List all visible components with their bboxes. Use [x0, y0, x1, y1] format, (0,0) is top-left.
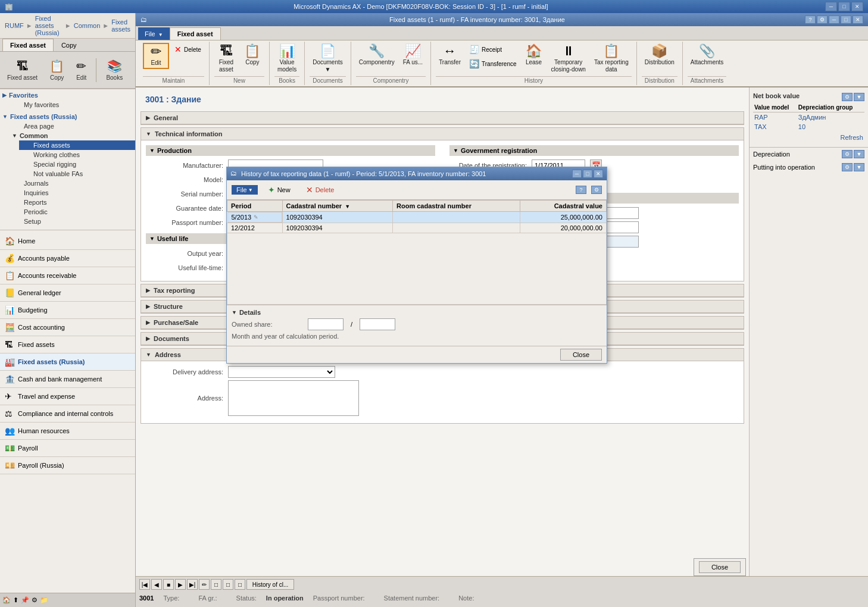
module-payroll[interactable]: 💵 Payroll	[0, 440, 135, 457]
module-accounts-payable[interactable]: 💰 Accounts payable	[0, 250, 135, 267]
nav-view-btn3[interactable]: □	[235, 579, 245, 590]
nav-stop-btn[interactable]: ■	[163, 579, 174, 590]
breadcrumb-fixed-assets[interactable]: Fixed assets	[111, 18, 130, 33]
address-textarea[interactable]	[228, 380, 359, 416]
nav-item-reports[interactable]: Reports	[10, 198, 135, 207]
module-fixed-assets[interactable]: 🏗 Fixed assets	[0, 336, 135, 353]
depreciation-settings-btn[interactable]: ⚙	[842, 150, 853, 158]
sidebar-copy-btn[interactable]: 📋 Copy	[45, 57, 69, 83]
module-travel-expense[interactable]: ✈ Travel and expense	[0, 388, 135, 405]
breadcrumb-fixed-assets-russia[interactable]: Fixed assets (Russia)	[35, 15, 63, 36]
putting-into-operation-row[interactable]: Putting into operation ⚙ ▼	[750, 161, 868, 174]
nav-item-periodic[interactable]: Periodic	[10, 207, 135, 217]
nav-item-fixed-assets[interactable]: Fixed assets	[19, 140, 135, 150]
fa-tab-fixed-asset[interactable]: Fixed asset	[170, 27, 221, 40]
right-panel-settings-btn[interactable]: ⚙	[842, 93, 853, 101]
module-accounts-receivable[interactable]: 📋 Accounts receivable	[0, 267, 135, 284]
nav-history-btn[interactable]: History of cl...	[246, 579, 294, 590]
fa-russia-header[interactable]: ▼ Fixed assets (Russia)	[0, 112, 135, 121]
ribbon-delete-btn[interactable]: ✕ Delete	[171, 43, 204, 56]
nav-item-area-page[interactable]: Area page	[10, 121, 135, 131]
fa-settings-btn[interactable]: ⚙	[817, 15, 828, 24]
nav-bottom-icon4[interactable]: ⚙	[32, 596, 38, 604]
module-cost-accounting[interactable]: 🧮 Cost accounting	[0, 319, 135, 336]
dialog-table-row-0[interactable]: 5/2013 ✎ 1092030394 25,000,000.00	[227, 212, 607, 223]
nav-common-header[interactable]: ▼ Common	[10, 131, 135, 140]
dialog-settings-btn[interactable]: ⚙	[591, 186, 602, 194]
ribbon-lease-btn[interactable]: 🏠 Lease	[522, 43, 546, 68]
dialog-maximize-btn[interactable]: □	[583, 170, 592, 178]
ribbon-temp-closing-btn[interactable]: ⏸ Temporaryclosing-down	[548, 43, 589, 75]
ribbon-transfer-btn[interactable]: ↔ Transfer	[436, 43, 464, 68]
fa-tab-file[interactable]: File ▼	[138, 27, 170, 40]
module-general-ledger[interactable]: 📒 General ledger	[0, 284, 135, 302]
ribbon-tax-reporting-btn[interactable]: 📋 Tax reportingdata	[591, 43, 632, 75]
breadcrumb-common[interactable]: Common	[74, 22, 101, 29]
nav-item-inquiries[interactable]: Inquiries	[10, 188, 135, 198]
nav-item-working-clothes[interactable]: Working clothes	[19, 150, 135, 159]
fa-maximize-btn[interactable]: □	[841, 15, 851, 24]
favorites-header[interactable]: ▶ Favorites	[0, 90, 135, 100]
ribbon-fixed-asset-btn[interactable]: 🏗 Fixedasset	[214, 43, 238, 75]
nav-item-special-rigging[interactable]: Special rigging	[19, 159, 135, 169]
maximize-btn[interactable]: □	[838, 2, 850, 11]
module-payroll-russia[interactable]: 💴 Payroll (Russia)	[0, 457, 135, 474]
dialog-help-btn[interactable]: ?	[576, 186, 586, 194]
gov-reg-header[interactable]: ▼ Government registration	[449, 145, 739, 156]
module-home[interactable]: 🏠 Home	[0, 233, 135, 250]
nav-first-btn[interactable]: |◀	[139, 579, 150, 590]
pio-expand-btn[interactable]: ▼	[854, 163, 864, 171]
nav-view-btn2[interactable]: □	[223, 579, 233, 590]
dialog-new-btn[interactable]: ✦ New	[263, 183, 296, 197]
ribbon-value-models-btn[interactable]: 📊 Valuemodels	[274, 43, 299, 75]
delivery-address-select[interactable]	[228, 366, 335, 378]
dialog-close-button[interactable]: Close	[560, 349, 602, 361]
owned-share-input1[interactable]	[308, 318, 344, 330]
dialog-close-btn[interactable]: ✕	[594, 170, 603, 178]
owned-share-input2[interactable]	[360, 318, 395, 330]
ribbon-componentry-btn[interactable]: 🔧 Componentry	[356, 43, 398, 68]
fa-help-btn[interactable]: ?	[805, 15, 816, 24]
nav-view-btn1[interactable]: □	[211, 579, 221, 590]
dialog-titlebar[interactable]: 🗂 History of tax reporting data (1 - rum…	[227, 167, 607, 180]
fa-minimize-btn[interactable]: ─	[829, 15, 839, 24]
dialog-minimize-btn[interactable]: ─	[572, 170, 582, 178]
nav-prev-btn[interactable]: ◀	[151, 579, 162, 590]
nav-item-not-valuable-fas[interactable]: Not valuable FAs	[19, 169, 135, 179]
nav-bottom-icon3[interactable]: 📌	[21, 596, 29, 604]
nav-next-btn[interactable]: ▶	[175, 579, 186, 590]
module-fixed-assets-russia[interactable]: 🏭 Fixed assets (Russia)	[0, 353, 135, 371]
breadcrumb-rumf[interactable]: RUMF	[5, 22, 24, 29]
nav-bottom-icon1[interactable]: 🏠	[2, 596, 11, 604]
nav-bottom-icon5[interactable]: 📁	[40, 596, 48, 604]
module-human-resources[interactable]: 👥 Human resources	[0, 423, 135, 440]
tab-copy[interactable]: Copy	[54, 39, 85, 51]
general-section-header[interactable]: ▶ General	[141, 112, 744, 124]
nav-bottom-icon2[interactable]: ⬆	[13, 596, 18, 604]
module-budgeting[interactable]: 📊 Budgeting	[0, 302, 135, 319]
depreciation-expand-btn[interactable]: ▼	[854, 150, 864, 158]
sidebar-fixed-asset-btn[interactable]: 🏗 Fixed asset	[2, 57, 42, 83]
nav-item-my-favorites[interactable]: My favorites	[10, 100, 135, 109]
sidebar-books-btn[interactable]: 📚 Books	[101, 57, 127, 83]
ribbon-distribution-btn[interactable]: 📦 Distribution	[642, 43, 677, 68]
production-header[interactable]: ▼ Production	[146, 145, 435, 156]
module-cash-bank[interactable]: 🏦 Cash and bank management	[0, 371, 135, 388]
dialog-file-btn[interactable]: File ▼	[232, 185, 258, 195]
dialog-table-row-1[interactable]: 12/2012 1092030394 20,000,000.00	[227, 223, 607, 233]
nav-last-btn[interactable]: ▶|	[187, 579, 198, 590]
refresh-btn[interactable]: Refresh	[753, 132, 864, 143]
ribbon-documents-btn[interactable]: 📄 Documents▼	[310, 43, 346, 75]
minimize-btn[interactable]: ─	[825, 2, 837, 11]
close-btn-title[interactable]: ✕	[851, 2, 863, 11]
tab-fixed-asset[interactable]: Fixed asset	[2, 39, 54, 51]
ribbon-edit-btn[interactable]: ✏ Edit	[143, 43, 169, 69]
dialog-delete-btn[interactable]: ✕ Delete	[301, 183, 340, 197]
ribbon-attachments-btn[interactable]: 📎 Attachments	[688, 43, 727, 68]
module-compliance[interactable]: ⚖ Compliance and internal controls	[0, 405, 135, 423]
ribbon-fa-usage-btn[interactable]: 📈 FA us...	[400, 43, 426, 68]
technical-section-header[interactable]: ▼ Technical information	[141, 128, 744, 140]
right-panel-arrow-btn[interactable]: ▼	[854, 93, 864, 101]
nav-item-journals[interactable]: Journals	[10, 179, 135, 188]
sidebar-edit-btn[interactable]: ✏ Edit	[71, 57, 91, 83]
